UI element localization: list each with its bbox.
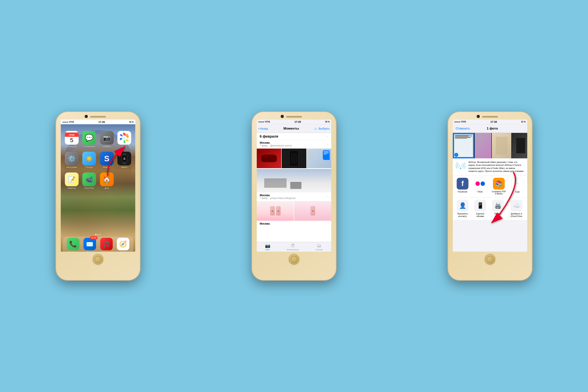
app-icon-phone[interactable]: 📞 <box>67 238 80 250</box>
facebook-icon[interactable]: f <box>457 178 468 190</box>
dock-safari[interactable]: 🧭 Safari <box>117 238 129 252</box>
action-contact-icon[interactable]: 👤 <box>457 200 468 212</box>
airdrop-section: AirDrop. Мгновенный обмен данными с теми… <box>453 158 527 176</box>
photo-grid-2 <box>257 201 331 221</box>
dock-music[interactable]: 🎵 Музыка <box>100 238 113 252</box>
ibooks-icon[interactable]: 📚 <box>493 178 505 190</box>
moments-content: 6 февраля › Москва 7 февр. · Дмитровское… <box>257 133 331 242</box>
photo-pink-iphone-2[interactable] <box>294 201 331 221</box>
photo-vr-headset[interactable] <box>257 148 281 168</box>
strip-photo-1-selected[interactable]: ✓ <box>453 133 474 158</box>
select-button[interactable]: Выбрать <box>319 127 330 130</box>
app-icon-music[interactable]: 🎵 <box>100 238 113 250</box>
app-icon-mail[interactable]: ✉️ <box>84 238 96 250</box>
flickr-icon[interactable] <box>474 178 486 190</box>
app-icon-settings[interactable]: ⚙️ <box>65 152 78 166</box>
airdrop-icon-svg <box>456 160 466 171</box>
app-icon-home[interactable]: 🏠 <box>100 172 114 186</box>
photo-imessage[interactable] <box>307 148 331 168</box>
action-wallpaper-icon[interactable]: 📱 <box>474 200 486 212</box>
app-wrapper-camera[interactable]: 📷 Камера <box>99 131 115 148</box>
carrier-3: ●●●●● YOTA <box>454 121 466 123</box>
action-contact[interactable]: 👤 Присвоить контакту <box>456 200 470 218</box>
more-icon[interactable]: ··· <box>512 178 523 190</box>
app-icon-camera[interactable]: 📷 <box>100 131 114 145</box>
photos-nav-bar: ‹ Назад Моменты ⌕ Выбрать <box>257 124 331 133</box>
app-icon-safari[interactable]: 🧭 <box>117 238 129 250</box>
app-wrapper-messages[interactable]: 💬 Сообщения <box>82 131 97 148</box>
dock-label-safari: Safari <box>120 251 126 252</box>
action-print[interactable]: 🖨️ Печать <box>491 200 505 218</box>
action-icloud-icon[interactable]: ☁️ <box>510 200 522 212</box>
app-wrapper-calendar[interactable]: среда 5 Календарь <box>64 131 80 148</box>
action-wallpaper[interactable]: 📱 Сделать обоями <box>473 200 487 218</box>
city-2: Москва <box>260 194 295 197</box>
app-wrapper-home[interactable]: 🏠 Дом <box>99 172 115 189</box>
front-camera-1 <box>85 115 88 118</box>
dock-phone[interactable]: 📞 Телефон <box>67 238 80 252</box>
city-1: Москва <box>260 141 292 144</box>
app-icon-weather[interactable]: ☀️ <box>82 152 96 166</box>
contact-person-icon: 👤 <box>459 202 466 209</box>
speaker-3 <box>482 116 498 118</box>
cancel-button[interactable]: Отменить <box>456 127 470 130</box>
photo-pink-iphones[interactable] <box>257 201 294 221</box>
app-wrapper-shazam[interactable]: S Shazam <box>99 152 115 168</box>
app-wrapper-photos[interactable]: Фото <box>116 131 132 148</box>
app-wrapper-facetime[interactable]: 📹 FaceTime <box>82 172 97 189</box>
share-apps-row: f Facebook Flickr 📚 <box>453 176 527 197</box>
app-icon-photos[interactable] <box>118 131 131 145</box>
phone-handset-icon: 📞 <box>69 240 77 248</box>
iphone-1: ●●●●● YOTA 17:26 55 % <box>56 112 140 280</box>
speaker-2 <box>286 116 302 118</box>
strip-photo-2[interactable] <box>475 133 491 158</box>
back-button[interactable]: ‹ Назад <box>258 126 268 131</box>
svg-rect-3 <box>123 153 126 155</box>
action-print-icon[interactable]: 🖨️ <box>492 200 504 212</box>
action-icloud[interactable]: ☁️ Добавить в iCloud Drive <box>508 200 524 218</box>
app-icon-facetime[interactable]: 📹 <box>82 172 96 186</box>
share-flickr[interactable]: Flickr <box>473 178 487 195</box>
app-icon-notes[interactable]: 📝 <box>65 172 78 186</box>
mail-envelope-icon: ✉️ <box>86 241 93 248</box>
battery-1: 55 % <box>129 121 134 123</box>
share-ibooks[interactable]: 📚 Сохранить PDF в iBooks <box>491 178 507 195</box>
tab-memories[interactable]: ⏱ Воспоминания <box>287 243 299 251</box>
notes-pad-icon: 📝 <box>68 176 75 183</box>
photo-strip: ✓ <box>453 133 527 158</box>
svg-rect-7 <box>123 162 126 164</box>
strip-photo-4[interactable] <box>512 133 527 158</box>
messages-bubble-icon: 💬 <box>85 134 94 142</box>
page-dot-3 <box>100 234 101 235</box>
share-more[interactable]: ··· Еще <box>510 178 524 195</box>
app-wrapper-weather[interactable]: ☀️ Погода <box>82 152 97 168</box>
app-grid: среда 5 Календарь 💬 Сообщения <box>61 129 135 191</box>
tab-photos[interactable]: 📷 Фото <box>265 243 270 251</box>
more-dots-icon: ··· <box>515 182 520 186</box>
app-label-camera: Камера <box>103 146 110 148</box>
photo-snow-scene[interactable] <box>257 169 331 192</box>
albums-tab-label: Альбомы <box>315 249 323 251</box>
home-button-2[interactable] <box>289 254 299 264</box>
share-facebook[interactable]: f Facebook <box>456 178 470 195</box>
app-label-calendar: Календарь <box>66 146 77 148</box>
strip-photo-3[interactable] <box>492 133 511 158</box>
photo-iphone-black[interactable] <box>282 148 306 168</box>
location-header-2: Москва 7 февр. · улица Новослободская › <box>257 193 331 201</box>
app-wrapper-notes[interactable]: 📝 Заметки <box>64 172 80 189</box>
dock-mail[interactable]: ✉️ 25 340 Почта <box>84 238 96 252</box>
app-icon-messages[interactable]: 💬 <box>82 131 96 145</box>
app-icon-calendar[interactable]: среда 5 <box>65 131 78 145</box>
airdrop-description: AirDrop. Мгновенный обмен данными с теми… <box>468 161 524 173</box>
app-wrapper-settings[interactable]: ⚙️ Настройки <box>64 152 80 168</box>
app-icon-watch[interactable]: 12 <box>118 152 131 166</box>
app-wrapper-watch[interactable]: 12 Watch <box>116 152 132 168</box>
tab-albums[interactable]: 🗂 Альбомы <box>315 243 323 251</box>
home-button-1[interactable] <box>93 254 103 264</box>
search-icon[interactable]: ⌕ <box>314 126 317 130</box>
action-print-label: Печать <box>494 212 501 215</box>
home-button-3[interactable] <box>485 254 495 264</box>
app-icon-shazam[interactable]: S <box>100 152 114 166</box>
location-header-1: Москва 7 февр. · Дмитровское шоссе › <box>257 140 331 148</box>
page-dot-2 <box>98 234 98 235</box>
